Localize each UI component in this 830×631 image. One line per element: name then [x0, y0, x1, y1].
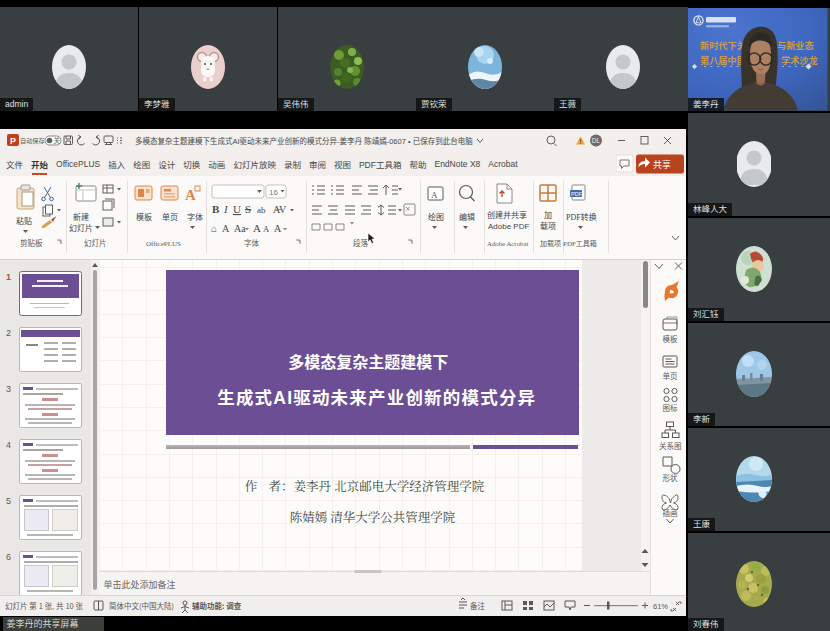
- svg-text:加载项: 加载项: [540, 238, 561, 248]
- svg-text:Aa: Aa: [234, 223, 246, 234]
- svg-text:多模态复杂主题建模下生成式AI驱动未来产业创新的模式分异-姜: 多模态复杂主题建模下生成式AI驱动未来产业创新的模式分异-姜李丹 陈靖嫣-060…: [135, 136, 473, 146]
- svg-text:粘贴: 粘贴: [16, 215, 32, 226]
- svg-text:A: A: [263, 224, 270, 234]
- svg-text:Adobe PDF: Adobe PDF: [488, 222, 529, 231]
- svg-text:B: B: [212, 203, 220, 215]
- svg-text:61%: 61%: [653, 602, 668, 611]
- svg-text:与新业态: 与新业态: [777, 38, 814, 52]
- svg-text:PDF: PDF: [571, 191, 583, 197]
- svg-text:幻灯片: 幻灯片: [84, 237, 107, 248]
- svg-text:Adobe Acrobat: Adobe Acrobat: [487, 238, 528, 248]
- svg-text:关: 关: [54, 135, 61, 145]
- svg-text:模板: 模板: [663, 333, 678, 344]
- svg-text:OfficePLUS: OfficePLUS: [146, 238, 181, 248]
- svg-text:幻灯片: 幻灯片: [69, 222, 93, 233]
- svg-text:S: S: [245, 203, 251, 215]
- svg-text:新建: 新建: [73, 211, 89, 222]
- svg-text:简体中文(中国大陆): 简体中文(中国大陆): [109, 600, 174, 611]
- svg-text:载项: 载项: [540, 220, 556, 231]
- svg-text:形状: 形状: [663, 472, 678, 483]
- svg-text:A: A: [222, 223, 230, 234]
- svg-text:关系图: 关系图: [659, 440, 682, 451]
- svg-text:幻灯片 第 1 张, 共 10 张: 幻灯片 第 1 张, 共 10 张: [5, 600, 84, 611]
- svg-text:PDF工具箱: PDF工具箱: [563, 238, 597, 248]
- svg-text:A: A: [274, 223, 282, 234]
- svg-text:单页: 单页: [162, 211, 178, 222]
- svg-text:字体: 字体: [244, 237, 259, 248]
- svg-text:DL: DL: [592, 137, 601, 144]
- svg-text:段落: 段落: [353, 237, 368, 248]
- svg-text:ab: ab: [257, 205, 266, 215]
- svg-text:自动保存: 自动保存: [20, 136, 45, 145]
- svg-text:学术沙龙: 学术沙龙: [781, 53, 818, 67]
- svg-text:U: U: [233, 203, 241, 215]
- svg-text:A: A: [253, 222, 261, 234]
- svg-text:A: A: [185, 187, 196, 203]
- svg-text:加: 加: [544, 209, 552, 220]
- svg-text:字体: 字体: [187, 211, 203, 222]
- svg-text:编辑: 编辑: [459, 211, 475, 222]
- svg-text:模板: 模板: [136, 211, 152, 222]
- svg-text:A̶V: A̶V: [273, 204, 287, 215]
- svg-text:辅助功能: 调查: 辅助功能: 调查: [192, 600, 242, 611]
- svg-text:剪贴板: 剪贴板: [20, 237, 43, 248]
- svg-text:16: 16: [269, 188, 278, 197]
- svg-text:PDF转换: PDF转换: [566, 211, 597, 222]
- svg-text:⌂: ⌂: [211, 223, 217, 234]
- svg-text:I: I: [223, 203, 229, 215]
- svg-text:单页: 单页: [663, 370, 678, 381]
- svg-text:A: A: [431, 190, 438, 200]
- svg-text:创建并共享: 创建并共享: [487, 209, 527, 220]
- svg-text:图标: 图标: [663, 402, 678, 413]
- svg-text:绘图: 绘图: [428, 211, 444, 222]
- svg-text:插画: 插画: [663, 507, 678, 518]
- svg-text:备注: 备注: [470, 600, 485, 611]
- svg-text:共享: 共享: [653, 158, 671, 171]
- svg-text:P: P: [10, 136, 16, 146]
